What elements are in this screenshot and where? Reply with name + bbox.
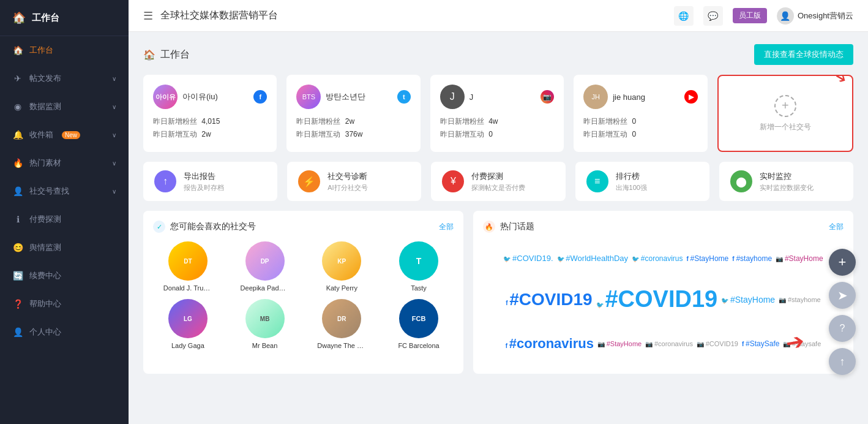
topic-coronavirus-tw[interactable]: #coronavirus: [632, 254, 683, 263]
sidebar-item-label: 收件箱: [29, 129, 53, 140]
suggested-name-katy: Katy Perry: [317, 284, 366, 292]
covid-cta-button[interactable]: 直接查看全球疫情动态: [754, 44, 853, 65]
sidebar-item-renewal[interactable]: 🔄 续费中心: [0, 262, 129, 290]
topic-covid19-tw-large[interactable]: #COVID19: [596, 286, 718, 312]
suggested-card: ✓ 您可能会喜欢的社交号 全部 DT Donald J. Trump: [143, 211, 463, 374]
tool-diagnose[interactable]: ⚡ 社交号诊断 AI打分社交号: [287, 162, 421, 201]
fab-help-button[interactable]: ?: [829, 315, 856, 342]
tool-realtime[interactable]: ⬤ 实时监控 实时监控数据变化: [719, 162, 853, 201]
suggested-item-katy[interactable]: KP Katy Perry: [307, 241, 376, 292]
sidebar-item-label: 个人中心: [29, 327, 61, 338]
add-account-card[interactable]: ➔ + 新增一个社交号: [717, 75, 853, 152]
sidebar-item-sentiment[interactable]: 😊 舆情监测: [0, 233, 129, 262]
suggested-item-trump[interactable]: DT Donald J. Trump: [153, 241, 223, 292]
sidebar-item-paydetect[interactable]: ℹ 付费探测: [0, 205, 129, 233]
tool-export-name: 导出报告: [184, 171, 224, 182]
topic-covid19-tw[interactable]: #COVID19.: [503, 254, 553, 263]
platform-icon-yt: ▶: [684, 90, 698, 104]
topic-covid19-ins[interactable]: #COVID19: [697, 340, 738, 347]
stat-fans-1: 昨日新增粉丝 4,015: [153, 116, 267, 127]
account-name-4: jie huang: [613, 93, 645, 102]
tool-diagnose-desc: AI打分社交号: [327, 183, 367, 192]
tool-rank-name: 排行榜: [616, 171, 647, 182]
tool-realtime-name: 实时监控: [760, 171, 814, 182]
avatar-4: JH: [583, 85, 608, 109]
sidebar-item-label: 工作台: [29, 45, 53, 56]
sidebar-item-label: 舆情监测: [29, 242, 61, 253]
sidebar-item-label: 帮助中心: [29, 298, 61, 309]
sidebar-item-workbench[interactable]: 🏠 工作台: [0, 36, 129, 64]
suggested-name-dwayne: Dwayne The Ro...: [317, 342, 366, 349]
topic-worldhealthday[interactable]: #WorldHealthDay: [557, 254, 628, 263]
chevron-icon: ∨: [112, 104, 116, 110]
account-name-3: J: [470, 93, 474, 102]
suggested-avatar-barcelona: FCB: [399, 299, 438, 338]
post-icon: ✈: [12, 73, 23, 84]
sidebar-item-label: 社交号查找: [29, 186, 69, 197]
suggested-item-gaga[interactable]: LG Lady Gaga: [153, 299, 223, 349]
suggested-item-deepika[interactable]: DP Deepika Paduko...: [230, 241, 300, 292]
chevron-icon: ∨: [112, 75, 116, 82]
topic-covid19-fb[interactable]: #COVID19: [506, 290, 593, 309]
paydetect-icon: ¥: [442, 170, 464, 192]
suggested-item-mrbean[interactable]: MB Mr Bean: [230, 299, 300, 349]
suggested-grid: DT Donald J. Trump DP Deepika Paduko... …: [153, 241, 454, 349]
topic-stayhome-ins3[interactable]: #StayHome: [597, 340, 642, 347]
menu-toggle-icon[interactable]: ☰: [143, 9, 153, 23]
sidebar-item-label: 热门素材: [29, 157, 61, 168]
sidebar-item-help[interactable]: ❓ 帮助中心: [0, 290, 129, 318]
suggested-name-trump: Donald J. Trump: [163, 284, 212, 292]
stat-engage-4: 昨日新增互动 0: [583, 129, 697, 140]
topic-coronavirus-ins[interactable]: #coronavirus: [645, 340, 693, 347]
hot-topics-header: 🔥 热门话题 全部: [483, 221, 844, 233]
sidebar-item-monitor[interactable]: ◉ 数据监测 ∨: [0, 93, 129, 121]
tool-rank-desc: 出海100强: [616, 183, 647, 192]
suggested-all-link[interactable]: 全部: [439, 222, 454, 232]
message-button[interactable]: 💬: [703, 6, 723, 26]
topic-stayhome-fb1[interactable]: #StayHome: [686, 254, 728, 263]
suggested-item-tasty[interactable]: T Tasty: [384, 241, 454, 292]
sidebar-item-label: 数据监测: [29, 101, 61, 112]
sidebar-item-socialfind[interactable]: 👤 社交号查找 ∨: [0, 177, 129, 205]
suggested-section-icon: ✓: [153, 221, 165, 233]
sidebar-item-profile[interactable]: 👤 个人中心: [0, 318, 129, 346]
suggested-avatar-katy: KP: [322, 241, 361, 281]
topic-stayhome-fb2[interactable]: #stayhome: [732, 254, 772, 263]
account-card-1: 아이유 아이유(iu) f 昨日新增粉丝 4,015 昨日新增互动 2w: [143, 75, 277, 152]
sidebar-item-hotmaterial[interactable]: 🔥 热门素材 ∨: [0, 149, 129, 177]
fab-add-button[interactable]: +: [829, 249, 856, 276]
socialfind-icon: 👤: [12, 186, 23, 197]
tool-rank[interactable]: ≡ 排行榜 出海100强: [575, 162, 709, 201]
bottom-row: ✓ 您可能会喜欢的社交号 全部 DT Donald J. Trump: [143, 211, 853, 374]
suggested-avatar-trump: DT: [168, 241, 208, 281]
suggested-item-barcelona[interactable]: FCB FC Barcelona: [384, 299, 454, 349]
topic-coronavirus-fb[interactable]: #coronavirus: [506, 336, 594, 352]
sidebar-item-post[interactable]: ✈ 帖文发布 ∨: [0, 64, 129, 93]
fab-send-button[interactable]: ➤: [829, 282, 856, 309]
accounts-row: 아이유 아이유(iu) f 昨日新增粉丝 4,015 昨日新增互动 2w: [143, 75, 853, 152]
fab-top-button[interactable]: ↑: [829, 348, 856, 375]
platform-icon-fb: f: [253, 90, 267, 104]
sidebar-item-inbox[interactable]: 🔔 收件箱 New ∨: [0, 121, 129, 149]
tool-paydetect[interactable]: ¥ 付费探测 探测帖文是否付费: [431, 162, 565, 201]
suggested-item-dwayne[interactable]: DR Dwayne The Ro...: [307, 299, 376, 349]
topic-stayhome-ins1[interactable]: #StayHome: [776, 254, 823, 263]
stat-engage-3: 昨日新增互动 0: [440, 129, 554, 140]
hot-topics-all-link[interactable]: 全部: [829, 222, 844, 232]
user-info[interactable]: 👤 Onesight营销云: [777, 7, 853, 25]
tool-paydetect-name: 付费探测: [471, 171, 525, 182]
tool-export[interactable]: ↑ 导出报告 报告及时存档: [143, 162, 277, 201]
stat-engage-1: 昨日新增互动 2w: [153, 129, 267, 140]
topic-staysafe-fb[interactable]: #StaySafe: [742, 339, 779, 348]
account-name-2: 방탄소년단: [326, 91, 365, 102]
topic-stayhome-tw[interactable]: #StayHome: [721, 295, 775, 305]
new-badge: New: [62, 131, 80, 139]
translate-button[interactable]: 🌐: [674, 6, 694, 26]
avatar-3: J: [440, 85, 465, 109]
topic-stayhome-ins2[interactable]: #stayhome: [779, 296, 821, 303]
monitor-icon: ◉: [12, 101, 23, 112]
vip-button[interactable]: 员工版: [733, 8, 767, 23]
avatar: 👤: [777, 7, 794, 25]
avatar-1: 아이유: [153, 85, 178, 109]
tool-diagnose-name: 社交号诊断: [327, 171, 367, 182]
